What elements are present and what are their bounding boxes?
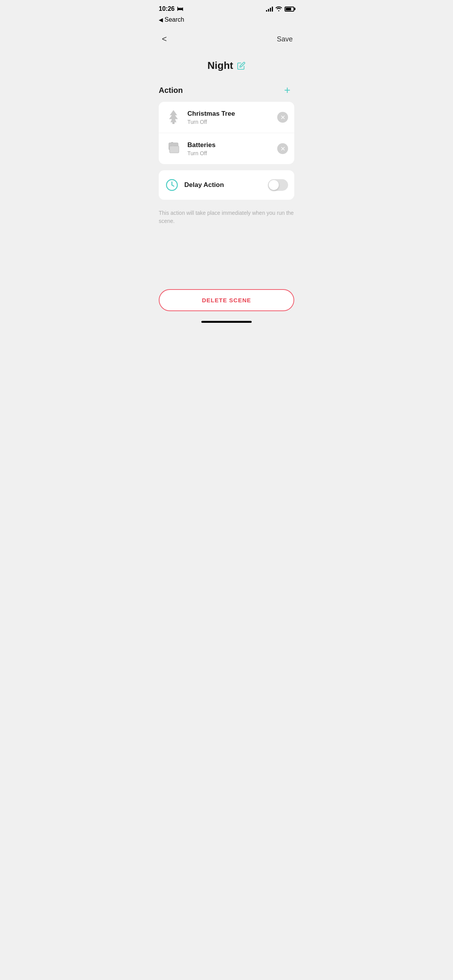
batteries-icon <box>165 140 182 157</box>
delay-action-label: Delay Action <box>184 181 263 189</box>
item-action-label: Turn Off <box>187 119 272 125</box>
bed-icon: 🛏 <box>177 5 183 12</box>
delay-action-row: Delay Action <box>159 170 294 200</box>
bottom-section: DELETE SCENE <box>159 289 294 311</box>
edit-icon[interactable] <box>237 62 245 70</box>
home-indicator <box>201 321 252 323</box>
title-text: Night <box>208 60 233 72</box>
actions-card: Christmas Tree Turn Off ✕ Batterie <box>159 102 294 164</box>
add-action-button[interactable]: + <box>280 83 294 97</box>
close-icon: ✕ <box>280 145 285 152</box>
status-time: 10:26 🛏 <box>159 5 183 12</box>
item-name: Christmas Tree <box>187 110 272 118</box>
status-indicators <box>266 6 294 12</box>
remove-christmas-tree-button[interactable]: ✕ <box>277 112 288 123</box>
svg-rect-3 <box>171 142 173 143</box>
back-button[interactable]: < <box>160 33 168 46</box>
action-item-info: Christmas Tree Turn Off <box>187 110 272 125</box>
action-section: Action + Christmas Tree Turn Off ✕ <box>151 83 302 200</box>
delay-info-text: This action will take place immediately … <box>151 206 302 235</box>
status-bar: 10:26 🛏 <box>151 0 302 15</box>
svg-rect-1 <box>172 122 174 124</box>
close-icon: ✕ <box>280 114 285 121</box>
chevron-left-icon: < <box>162 34 167 44</box>
page-title: Night <box>208 60 245 72</box>
action-item-christmas-tree: Christmas Tree Turn Off ✕ <box>159 102 294 133</box>
nav-back[interactable]: ◀ Search <box>151 15 302 26</box>
section-label: Action <box>159 86 183 95</box>
save-button[interactable]: Save <box>277 35 293 43</box>
batteries-item-info: Batteries Turn Off <box>187 141 272 156</box>
page-header: < Save <box>151 26 302 52</box>
time-text: 10:26 <box>159 5 175 12</box>
clock-icon <box>165 178 179 192</box>
battery-icon <box>285 7 294 12</box>
back-label: Search <box>165 16 184 23</box>
delay-action-card: Delay Action <box>159 170 294 200</box>
svg-rect-4 <box>170 146 179 153</box>
signal-icon <box>266 6 273 12</box>
section-header: Action + <box>159 83 294 97</box>
remove-batteries-button[interactable]: ✕ <box>277 143 288 154</box>
christmas-tree-icon <box>165 109 182 126</box>
action-item-batteries: Batteries Turn Off ✕ <box>159 133 294 164</box>
svg-marker-0 <box>169 110 178 122</box>
batteries-action-label: Turn Off <box>187 150 272 156</box>
svg-rect-5 <box>172 145 174 146</box>
batteries-name: Batteries <box>187 141 272 149</box>
back-arrow-icon: ◀ <box>159 17 163 23</box>
title-section: Night <box>151 52 302 83</box>
delay-action-toggle[interactable] <box>268 179 288 191</box>
delete-scene-button[interactable]: DELETE SCENE <box>159 289 294 311</box>
wifi-icon <box>275 6 282 12</box>
